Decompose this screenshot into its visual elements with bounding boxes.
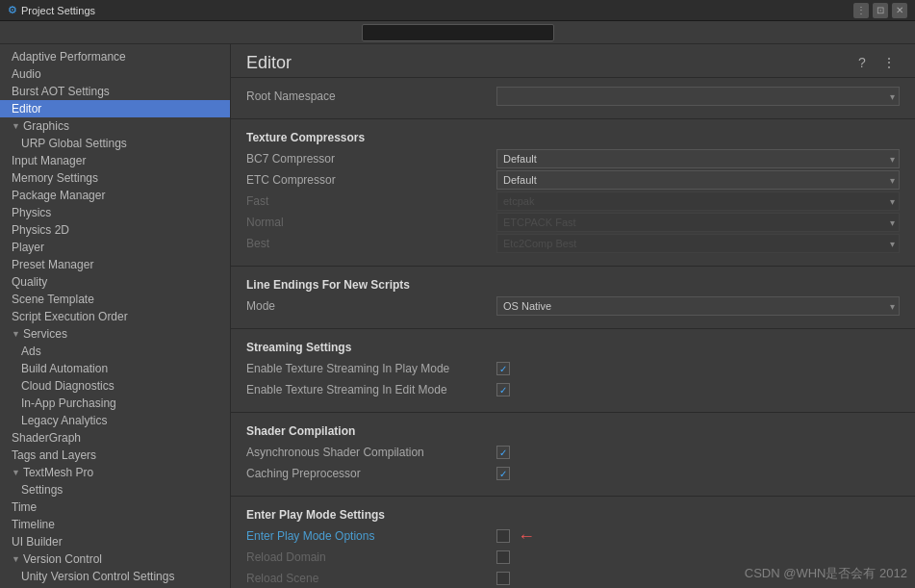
sidebar-item[interactable]: ShaderGraph bbox=[0, 429, 230, 447]
arrow-indicator: ← bbox=[518, 526, 535, 547]
sidebar-item[interactable]: ▼Version Control bbox=[0, 550, 230, 568]
stream-edit-checkbox[interactable] bbox=[496, 383, 510, 396]
mode-row: Mode OS Native Unix Windows bbox=[246, 295, 900, 317]
texture-compressors-label: Texture Compressors bbox=[246, 131, 900, 144]
etc-row: ETC Compressor Default bbox=[246, 169, 900, 191]
sidebar-item[interactable]: Burst AOT Settings bbox=[0, 83, 230, 100]
fast-label: Fast bbox=[246, 194, 496, 208]
bc7-row: BC7 Compressor Default bbox=[246, 148, 900, 169]
sidebar-item[interactable]: Memory Settings bbox=[0, 169, 230, 187]
sidebar-item-label: URP Global Settings bbox=[21, 137, 127, 150]
mode-label: Mode bbox=[246, 299, 496, 313]
etc-dropdown[interactable]: Default bbox=[496, 170, 900, 190]
sidebar-item[interactable]: Package Manager bbox=[0, 187, 230, 204]
sidebar-item-label: Ads bbox=[21, 345, 41, 358]
sidebar-item-label: Timeline bbox=[12, 518, 55, 531]
reload-domain-checkbox[interactable] bbox=[496, 550, 510, 564]
caching-label: Caching Preprocessor bbox=[246, 467, 496, 480]
normal-dropdown[interactable]: ETCPACK Fast bbox=[496, 213, 900, 232]
sidebar-item[interactable]: Player bbox=[0, 239, 230, 256]
sidebar-item[interactable]: Physics 2D bbox=[0, 221, 230, 239]
bc7-dropdown[interactable]: Default bbox=[496, 149, 900, 168]
reload-domain-row: Reload Domain bbox=[246, 547, 900, 568]
section-title: Editor bbox=[246, 53, 292, 73]
sidebar-item-label: Build Automation bbox=[21, 362, 108, 375]
sidebar-item-label: Player bbox=[12, 241, 44, 254]
reload-scene-checkbox-wrap bbox=[496, 572, 900, 585]
sidebar-item-label: Tags and Layers bbox=[12, 448, 96, 462]
sidebar-item[interactable]: URP Global Settings bbox=[0, 135, 230, 152]
play-mode-options-checkbox[interactable] bbox=[496, 529, 510, 543]
sidebar-item[interactable]: Ads bbox=[0, 343, 230, 360]
sidebar-item[interactable]: Time bbox=[0, 499, 230, 516]
reload-scene-checkbox[interactable] bbox=[496, 572, 510, 585]
sidebar-item[interactable]: Cloud Diagnostics bbox=[0, 377, 230, 395]
fast-dropdown[interactable]: etcpak bbox=[496, 192, 900, 211]
sidebar-item[interactable]: Unity Version Control Settings bbox=[0, 568, 230, 585]
search-input[interactable] bbox=[362, 24, 554, 41]
normal-dropdown-wrap: ETCPACK Fast bbox=[496, 213, 900, 232]
restore-btn[interactable]: ⊡ bbox=[873, 3, 888, 18]
sidebar-item[interactable]: Editor bbox=[0, 100, 230, 117]
sidebar-item[interactable]: Quality bbox=[0, 273, 230, 291]
sidebar-item-label: UI Builder bbox=[12, 535, 63, 549]
sidebar-item[interactable]: Physics bbox=[0, 204, 230, 221]
stream-play-checkbox[interactable] bbox=[496, 362, 510, 375]
sidebar-item[interactable]: ▼TextMesh Pro bbox=[0, 464, 230, 481]
line-endings-label: Line Endings For New Scripts bbox=[246, 278, 900, 292]
menu-btn[interactable]: ⋮ bbox=[853, 3, 869, 18]
close-btn[interactable]: ✕ bbox=[892, 3, 907, 18]
sidebar-item-label: Preset Manager bbox=[12, 258, 93, 271]
bc7-value: Default bbox=[496, 149, 900, 168]
sidebar-item[interactable]: Tags and Layers bbox=[0, 447, 230, 464]
caching-checkbox[interactable] bbox=[496, 467, 510, 480]
async-shader-checkbox[interactable] bbox=[496, 446, 510, 459]
sidebar-item[interactable]: Audio bbox=[0, 65, 230, 83]
sidebar-item[interactable]: Adaptive Performance bbox=[0, 48, 230, 65]
sidebar-item[interactable]: Timeline bbox=[0, 516, 230, 533]
more-options-button[interactable]: ⋮ bbox=[878, 52, 900, 73]
async-shader-row: Asynchronous Shader Compilation bbox=[246, 442, 900, 463]
sidebar-item-label: Quality bbox=[12, 275, 47, 289]
sidebar-item-label: Audio bbox=[12, 67, 41, 81]
etc-value: Default bbox=[496, 170, 900, 190]
root-namespace-dropdown[interactable] bbox=[496, 87, 900, 106]
async-shader-label: Asynchronous Shader Compilation bbox=[246, 446, 496, 459]
mode-dropdown[interactable]: OS Native Unix Windows bbox=[496, 296, 900, 316]
async-shader-checkbox-wrap bbox=[496, 446, 900, 459]
root-namespace-value bbox=[496, 87, 900, 106]
sidebar-item[interactable]: Script Execution Order bbox=[0, 308, 230, 325]
root-namespace-dropdown-wrap bbox=[496, 87, 900, 106]
sidebar-item[interactable]: Scene Template bbox=[0, 291, 230, 308]
play-mode-options-row: Enter Play Mode Options ← bbox=[246, 525, 900, 547]
fast-row: Fast etcpak bbox=[246, 191, 900, 212]
sidebar-item[interactable]: In-App Purchasing bbox=[0, 395, 230, 412]
sidebar-item[interactable]: Build Automation bbox=[0, 360, 230, 377]
sidebar-item[interactable]: Input Manager bbox=[0, 152, 230, 169]
sidebar-item[interactable]: ▼Graphics bbox=[0, 117, 230, 135]
play-mode-options-link[interactable]: Enter Play Mode Options bbox=[246, 529, 496, 543]
sidebar-item-label: Cloud Diagnostics bbox=[21, 379, 114, 393]
expand-arrow: ▼ bbox=[12, 468, 20, 477]
header-actions: ? ⋮ bbox=[851, 52, 900, 73]
sidebar-item[interactable]: UI Builder bbox=[0, 533, 230, 550]
divider-3 bbox=[231, 328, 915, 329]
sidebar-item-label: Unity Version Control Settings bbox=[21, 570, 174, 583]
root-namespace-section: Root Namespace bbox=[231, 78, 915, 115]
sidebar-item[interactable]: Settings bbox=[0, 481, 230, 499]
sidebar-item[interactable]: Legacy Analytics bbox=[0, 412, 230, 429]
best-value: Etc2Comp Best bbox=[496, 234, 900, 253]
sidebar-item[interactable]: Preset Manager bbox=[0, 256, 230, 273]
sidebar-item[interactable]: ▼Services bbox=[0, 325, 230, 343]
help-button[interactable]: ? bbox=[851, 52, 873, 73]
content-area: Editor ? ⋮ Root Namespace bbox=[231, 44, 915, 588]
etc-dropdown-wrap: Default bbox=[496, 170, 900, 190]
stream-play-label: Enable Texture Streaming In Play Mode bbox=[246, 362, 496, 375]
play-mode-section: Enter Play Mode Settings Enter Play Mode… bbox=[231, 500, 915, 588]
stream-edit-row: Enable Texture Streaming In Edit Mode bbox=[246, 379, 900, 400]
best-label: Best bbox=[246, 237, 496, 250]
best-dropdown[interactable]: Etc2Comp Best bbox=[496, 234, 900, 253]
sidebar: Adaptive PerformanceAudioBurst AOT Setti… bbox=[0, 44, 231, 588]
main-layout: Adaptive PerformanceAudioBurst AOT Setti… bbox=[0, 44, 915, 588]
sidebar-item-label: Input Manager bbox=[12, 154, 86, 167]
